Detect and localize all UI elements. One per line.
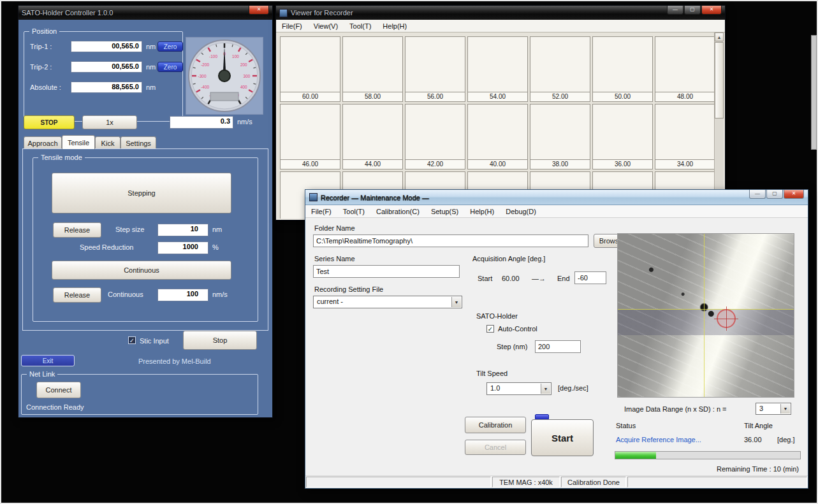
arrow-right-icon: —→ [532,275,546,282]
thumbnail-angle-label: 36.00 [593,159,652,169]
viewer-image-cell[interactable]: 38.00 [530,104,590,169]
viewer-image-cell[interactable]: 34.00 [655,104,715,169]
gauge-lcd [210,92,238,101]
step-size-spinner[interactable] [201,224,208,236]
minimize-icon[interactable]: — [667,6,683,15]
recorder-window: Recorder — Maintenance Mode — — ▢ ✕ File… [305,189,808,489]
step-size-unit: nm [212,226,222,233]
tilt-speed-dropdown[interactable]: 1.0 ▼ [486,382,551,395]
tem-thumbnail [655,37,715,92]
image-data-range-dropdown[interactable]: 3 ▼ [756,403,791,415]
maximize-icon[interactable]: ▢ [684,6,701,15]
thumbnail-angle-label: 56.00 [405,92,465,101]
viewer-image-cell[interactable]: 36.00 [592,104,653,169]
recorder-app-icon [309,193,318,201]
stic-input-checkbox[interactable]: ✓ [128,336,136,344]
close-icon[interactable]: ✕ [784,190,804,199]
viewer-row: 46.0044.0042.0040.0038.0036.0034.00 [280,104,715,169]
speed-reduction-spinner[interactable] [201,242,208,254]
viewer-image-cell[interactable]: 44.00 [342,104,403,169]
viewer-image-cell[interactable]: 40.00 [467,104,528,169]
sato-step-input[interactable] [535,340,581,353]
menu-item[interactable]: Tool(T) [344,21,377,31]
viewer-image-cell[interactable]: 54.00 [467,36,528,102]
viewer-image-cell[interactable]: 52.00 [530,36,590,102]
menu-item[interactable]: Help(H) [464,206,500,217]
recorder-title: Recorder — Maintenance Mode — [321,194,749,201]
image-data-range-value: 3 [759,405,763,412]
menu-item[interactable]: File(F) [305,206,337,217]
menu-item[interactable]: Help(H) [377,21,413,31]
menu-item[interactable]: Setup(S) [425,206,464,217]
recorder-statusbar: TEM MAG : x40k Calibration Done [305,475,808,488]
trip1-label: Trip-1 : [30,43,52,50]
viewer-titlebar[interactable]: Viewer for Recorder — ▢ ✕ [276,6,725,20]
release-continuous-button[interactable]: Release [53,287,101,303]
connection-status-text: Connection Ready [26,403,84,411]
viewer-image-cell[interactable]: 50.00 [592,36,653,102]
trip1-zero-button[interactable]: Zero [157,41,183,52]
target-marker-icon[interactable] [717,309,736,328]
trip2-label: Trip-2 : [30,63,52,71]
series-name-input[interactable] [313,265,460,278]
viewer-image-cell[interactable]: 60.00 [280,36,340,102]
viewer-image-cell[interactable]: 58.00 [342,36,403,102]
recorder-titlebar[interactable]: Recorder — Maintenance Mode — — ▢ ✕ [305,190,808,205]
scrollbar-thumb[interactable] [715,42,724,119]
continuous-spinner[interactable] [201,289,208,301]
step-size-field[interactable]: 10 [157,224,208,236]
menu-item[interactable]: File(F) [276,21,308,31]
folder-name-input[interactable] [313,234,588,247]
continuous-field[interactable]: 100 [157,289,208,301]
viewer-image-cell[interactable]: 48.00 [655,36,715,102]
menu-item[interactable]: Calibration(C) [370,206,425,217]
stop-button[interactable]: STOP [24,115,75,129]
live-preview-image[interactable] [617,233,794,398]
tem-thumbnail [405,104,465,159]
trip2-zero-button[interactable]: Zero [157,62,183,72]
tab-kick[interactable]: Kick [95,136,121,149]
stepping-button[interactable]: Stepping [52,173,231,213]
speed-reduction-field[interactable]: 1000 [157,241,208,254]
minimize-icon[interactable]: — [749,190,766,199]
close-icon[interactable]: ✕ [701,6,722,15]
thumbnail-angle-label: 48.00 [655,92,715,101]
folder-name-label: Folder Name [314,224,355,232]
speed-mode-button[interactable]: 1x [82,115,137,129]
chevron-down-icon[interactable]: ▼ [780,404,790,414]
recording-setting-value: current - [317,298,343,305]
menu-item[interactable]: View(V) [308,21,344,31]
chevron-down-icon[interactable]: ▼ [451,297,461,307]
viewer-image-cell[interactable]: 42.00 [405,104,465,169]
menu-item[interactable]: Tool(T) [337,206,370,217]
auto-control-checkbox[interactable]: ✓ [486,325,494,333]
start-button[interactable]: Start [531,419,594,456]
release-step-button[interactable]: Release [53,222,101,238]
maximize-icon[interactable]: ▢ [766,190,783,199]
calibration-button[interactable]: Calibration [465,417,526,433]
viewer-image-cell[interactable]: 56.00 [405,36,465,102]
tem-thumbnail [405,37,465,92]
current-speed-value: 0.3 [170,116,233,129]
tab-tensile[interactable]: Tensile [62,135,95,149]
menu-item[interactable]: Debug(D) [500,206,542,217]
controller-title: SATO-Holder Controller 1.0.0 [22,9,249,17]
exit-button[interactable]: Exit [21,355,75,366]
chevron-down-icon[interactable]: ▼ [541,384,550,394]
thumbnail-angle-label: 52.00 [530,92,590,101]
tab-settings[interactable]: Settings [121,136,156,149]
cancel-button[interactable]: Cancel [465,440,526,455]
trip2-value: 00,565.0 [71,61,142,73]
connect-button[interactable]: Connect [36,382,81,398]
controller-titlebar[interactable]: SATO-Holder Controller 1.0.0 ✕ [18,6,272,20]
acquisition-angle-label: Acquisition Angle [deg.] [472,255,545,263]
scroll-up-icon[interactable]: ▲ [715,32,724,41]
close-icon[interactable]: ✕ [249,6,269,15]
continuous-button[interactable]: Continuous [52,261,231,280]
stop2-button[interactable]: Stop [183,331,257,350]
speed-reduction-unit: % [212,243,219,251]
recording-setting-dropdown[interactable]: current - ▼ [313,296,462,308]
tab-approach[interactable]: Approach [24,136,62,149]
acq-end-input[interactable] [574,271,606,284]
viewer-image-cell[interactable]: 46.00 [280,104,340,169]
